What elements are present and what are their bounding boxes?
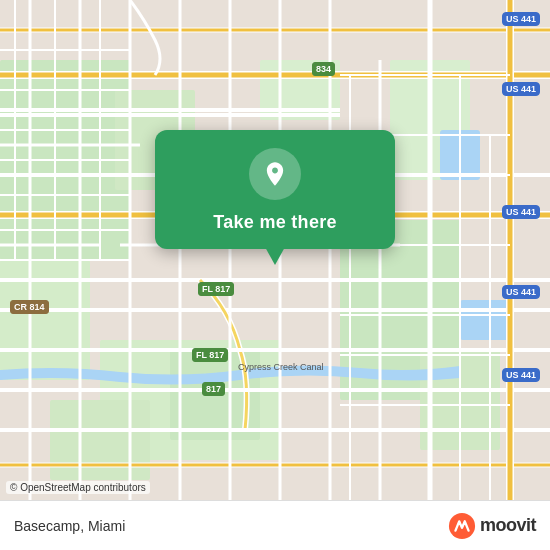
map-attribution: © OpenStreetMap contributors <box>6 481 150 494</box>
road-badge-us441-2: US 441 <box>502 82 540 96</box>
road-badge-834: 834 <box>312 62 335 76</box>
location-icon-circle <box>249 148 301 200</box>
map-container: US 441 US 441 US 441 US 441 US 441 834 F… <box>0 0 550 500</box>
location-text: Basecamp, Miami <box>14 518 125 534</box>
road-badge-cr814: CR 814 <box>10 300 49 314</box>
road-badge-fl817-1: FL 817 <box>198 282 234 296</box>
road-badge-817: 817 <box>202 382 225 396</box>
canal-label: Cypress Creek Canal <box>238 362 324 372</box>
svg-rect-12 <box>460 300 510 340</box>
road-badge-us441-1: US 441 <box>502 12 540 26</box>
take-me-there-button[interactable]: Take me there <box>213 212 337 233</box>
moovit-logo: moovit <box>448 512 536 540</box>
road-badge-fl817-2: FL 817 <box>192 348 228 362</box>
svg-rect-9 <box>50 400 150 480</box>
moovit-icon <box>448 512 476 540</box>
road-badge-us441-3: US 441 <box>502 205 540 219</box>
popup-card: Take me there <box>155 130 395 249</box>
bottom-bar: Basecamp, Miami moovit <box>0 500 550 550</box>
road-badge-us441-5: US 441 <box>502 368 540 382</box>
location-pin-icon <box>261 160 289 188</box>
moovit-text: moovit <box>480 515 536 536</box>
road-badge-us441-4: US 441 <box>502 285 540 299</box>
